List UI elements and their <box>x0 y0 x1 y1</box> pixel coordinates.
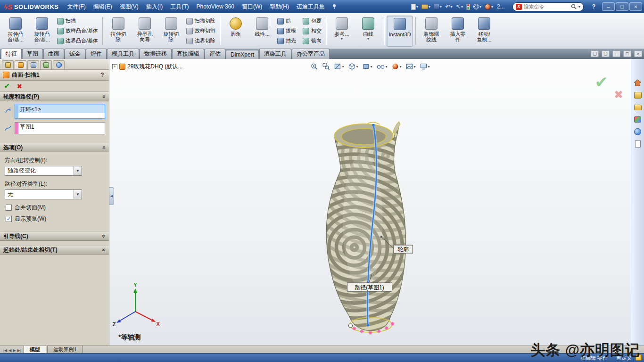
displaymanager-tab[interactable] <box>53 60 65 69</box>
move-copy-button[interactable]: 移动/ 复制... <box>471 16 497 47</box>
edit-appearance-button[interactable]: ▾ <box>485 4 493 10</box>
tab-data-migration[interactable]: 数据迁移 <box>140 49 172 59</box>
menu-tools[interactable]: 工具(T) <box>166 1 192 12</box>
appearances-scenes-button[interactable] <box>633 128 642 136</box>
tab-features[interactable]: 特征 <box>1 49 22 59</box>
doc-close-button[interactable]: × <box>634 50 642 57</box>
select-button[interactable]: ↖▾ <box>456 4 463 9</box>
tab-render-tools[interactable]: 渲染工具 <box>259 49 291 59</box>
orientation-dropdown[interactable]: 随路径变化 ▼ <box>5 166 82 176</box>
boundary-cut-button[interactable]: 边界切除 <box>184 37 217 45</box>
zoom-area-button[interactable] <box>322 62 330 71</box>
scroll-next-icon[interactable]: ▶ <box>13 348 16 353</box>
tab-scroll-buttons[interactable]: |◀ ◀ ▶ ▶| <box>1 348 24 353</box>
minimize-button[interactable]: – <box>602 2 615 11</box>
search-icon[interactable] <box>571 4 577 9</box>
tree-expand-icon[interactable]: + <box>112 64 117 69</box>
zoom-fit-button[interactable] <box>310 62 318 71</box>
menu-insert[interactable]: 插入(I) <box>142 1 166 12</box>
sweep-cut-button[interactable]: 扫描切除 <box>184 17 217 25</box>
loft-boss-button[interactable]: 放样凸台/基体 <box>55 27 100 35</box>
section-view-button[interactable]: ▾ <box>333 62 344 71</box>
open-button[interactable]: ▾ <box>421 4 430 9</box>
vase-body[interactable] <box>155 59 553 346</box>
pm-help-button[interactable]: ? <box>99 71 106 79</box>
revolve-boss-button[interactable]: 旋转凸 台/基... <box>29 16 55 47</box>
tab-model[interactable]: 模型 <box>24 345 46 353</box>
tab-weldments[interactable]: 焊件 <box>86 49 107 59</box>
reference-geometry-button[interactable]: 参考...▾ <box>329 16 355 47</box>
options-button[interactable]: ▾ <box>473 4 481 9</box>
tab-sheet-metal[interactable]: 钣金 <box>65 49 85 59</box>
boundary-boss-button[interactable]: 边界凸台/基体 <box>55 37 100 45</box>
sweep-button[interactable]: 扫描 <box>55 17 100 25</box>
menu-view[interactable]: 视图(V) <box>116 1 142 12</box>
close-button[interactable]: × <box>629 2 642 11</box>
doc-cascade-icon[interactable]: ❏ <box>591 50 599 57</box>
tab-direct-editing[interactable]: 直接编辑 <box>172 49 204 59</box>
path-end-point[interactable] <box>367 324 369 327</box>
design-library-button[interactable] <box>633 91 642 99</box>
cosmetic-thread-button[interactable]: 装饰螺 纹线 <box>418 16 445 47</box>
rebuild-button[interactable] <box>466 4 470 10</box>
tab-sketch[interactable]: 草图 <box>22 49 43 59</box>
rib-button[interactable]: 筋 <box>275 17 298 25</box>
alignment-dropdown[interactable]: 无 ▼ <box>5 189 82 199</box>
search-input[interactable] <box>524 4 569 9</box>
maximize-button[interactable]: □ <box>616 2 628 11</box>
menu-edit[interactable]: 编辑(E) <box>90 1 116 12</box>
hole-wizard-button[interactable]: 异型孔 向导 <box>132 16 158 47</box>
mirror-button[interactable]: 镜向 <box>301 37 323 45</box>
fillet-button[interactable]: 圆角 <box>223 16 249 47</box>
command-search-box[interactable]: S ▾ <box>512 2 584 11</box>
instant3d-button[interactable]: Instant3D <box>387 16 413 47</box>
scroll-last-icon[interactable]: ▶| <box>17 348 21 353</box>
path-start-point[interactable] <box>372 124 375 126</box>
menu-help[interactable]: 帮助(H) <box>266 1 293 12</box>
profile-selection-box[interactable]: 开环<1> <box>15 105 105 119</box>
section-start-end-tangency[interactable]: 起始处/结束处相切(T) » <box>0 245 109 255</box>
linear-pattern-button[interactable]: 线性... <box>249 16 275 47</box>
curves-button[interactable]: 曲线▾ <box>355 16 381 47</box>
search-dropdown-icon[interactable]: ▾ <box>578 5 580 9</box>
menu-pin-icon[interactable] <box>331 4 337 9</box>
menu-photoview360[interactable]: PhotoView 360 <box>193 2 239 11</box>
hide-show-items-button[interactable]: ▾ <box>376 62 388 71</box>
show-preview-checkbox[interactable]: ✓ 显示预览(W) <box>6 215 105 223</box>
featuremanager-tab[interactable] <box>2 60 14 69</box>
intersect-button[interactable]: 相交 <box>301 27 323 35</box>
tab-mold-tools[interactable]: 模具工具 <box>107 49 139 59</box>
apply-scene-button[interactable]: ▾ <box>405 62 416 71</box>
view-settings-button[interactable]: ▾ <box>420 62 430 71</box>
confirm-cancel-button[interactable]: ✖ <box>614 89 623 100</box>
undo-button[interactable]: ↶▾ <box>445 4 453 10</box>
loft-cut-button[interactable]: 放样切割 <box>184 27 217 35</box>
extrude-boss-button[interactable]: 拉伸凸 台/基... <box>2 16 29 47</box>
section-options[interactable]: 选项(O) » <box>0 143 109 152</box>
view-palette-button[interactable] <box>633 115 642 123</box>
merge-tangent-faces-checkbox[interactable]: 合并切面(M) <box>6 204 105 212</box>
custom-properties-button[interactable] <box>633 140 642 148</box>
tab-office-products[interactable]: 办公室产品 <box>292 49 330 59</box>
toolbar-overflow-label[interactable]: 2... <box>497 3 505 10</box>
graphics-area[interactable]: 轮廓 路径(草图1) Y X Z + 29玫瑰花DHQ (默认... <box>109 59 631 346</box>
revolve-cut-button[interactable]: 旋转切 除 <box>158 16 184 47</box>
tab-motion-study[interactable]: 运动算例1 <box>47 345 83 353</box>
scroll-first-icon[interactable]: |◀ <box>3 348 7 353</box>
solidworks-resources-button[interactable] <box>633 79 642 87</box>
new-document-button[interactable]: ▾ <box>411 4 418 10</box>
doc-minimize-button[interactable]: – <box>612 50 620 57</box>
wrap-button[interactable]: 包覆 <box>301 17 323 25</box>
section-profile-and-path[interactable]: 轮廓和路径(P) » <box>0 92 109 101</box>
ok-button[interactable]: ✔ <box>4 82 10 90</box>
dimxpertmanager-tab[interactable] <box>40 60 52 69</box>
cancel-button[interactable]: ✖ <box>17 83 22 90</box>
section-guide-curves[interactable]: 引导线(C) » <box>0 231 109 241</box>
shell-button[interactable]: 抽壳 <box>275 37 298 45</box>
confirm-ok-button[interactable]: ✔ <box>595 74 609 90</box>
tab-evaluate[interactable]: 评估 <box>205 49 225 59</box>
tab-dimxpert[interactable]: DimXpert <box>226 50 259 59</box>
path-selection-box[interactable]: 草图1 <box>15 122 105 134</box>
save-button[interactable]: ▾ <box>434 4 442 9</box>
file-explorer-button[interactable] <box>633 103 642 111</box>
